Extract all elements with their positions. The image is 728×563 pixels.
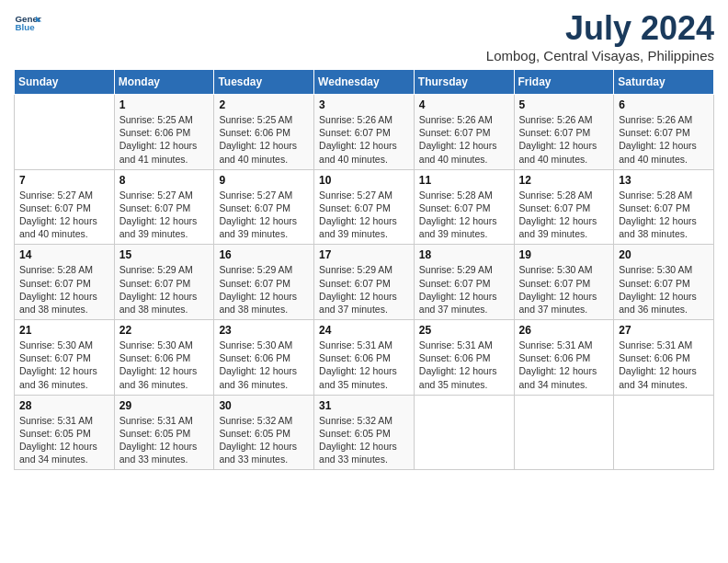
day-number: 17 <box>319 248 409 261</box>
day-info: Sunrise: 5:32 AMSunset: 6:05 PMDaylight:… <box>219 414 309 466</box>
calendar-day-cell: 7Sunrise: 5:27 AMSunset: 6:07 PMDaylight… <box>15 169 115 245</box>
day-number: 23 <box>219 324 309 337</box>
calendar-day-cell: 9Sunrise: 5:27 AMSunset: 6:07 PMDaylight… <box>214 169 314 245</box>
calendar-day-cell: 21Sunrise: 5:30 AMSunset: 6:07 PMDayligh… <box>15 320 115 396</box>
calendar-day-cell: 30Sunrise: 5:32 AMSunset: 6:05 PMDayligh… <box>214 395 314 470</box>
day-info: Sunrise: 5:28 AMSunset: 6:07 PMDaylight:… <box>19 263 109 316</box>
day-info: Sunrise: 5:31 AMSunset: 6:06 PMDaylight:… <box>319 339 409 391</box>
day-number: 7 <box>19 174 109 187</box>
calendar-day-cell: 19Sunrise: 5:30 AMSunset: 6:07 PMDayligh… <box>514 245 614 320</box>
calendar-day-cell: 28Sunrise: 5:31 AMSunset: 6:05 PMDayligh… <box>15 395 115 470</box>
day-number: 15 <box>119 248 210 261</box>
day-info: Sunrise: 5:31 AMSunset: 6:05 PMDaylight:… <box>19 414 109 466</box>
day-info: Sunrise: 5:26 AMSunset: 6:07 PMDaylight:… <box>419 113 509 166</box>
day-number: 8 <box>119 174 210 187</box>
day-number: 1 <box>119 98 210 111</box>
day-info: Sunrise: 5:29 AMSunset: 6:07 PMDaylight:… <box>419 263 509 316</box>
day-number: 14 <box>19 248 109 261</box>
calendar-table: SundayMondayTuesdayWednesdayThursdayFrid… <box>14 69 714 470</box>
day-info: Sunrise: 5:31 AMSunset: 6:06 PMDaylight:… <box>419 339 509 391</box>
calendar-day-cell: 4Sunrise: 5:26 AMSunset: 6:07 PMDaylight… <box>414 95 514 170</box>
calendar-day-cell: 8Sunrise: 5:27 AMSunset: 6:07 PMDaylight… <box>114 169 214 245</box>
day-number: 27 <box>619 324 709 337</box>
weekday-header-cell: Wednesday <box>314 70 415 95</box>
day-info: Sunrise: 5:25 AMSunset: 6:06 PMDaylight:… <box>219 113 309 166</box>
day-number: 25 <box>419 324 509 337</box>
calendar-day-cell: 26Sunrise: 5:31 AMSunset: 6:06 PMDayligh… <box>514 320 614 396</box>
calendar-day-cell: 5Sunrise: 5:26 AMSunset: 6:07 PMDaylight… <box>514 95 614 170</box>
day-number: 18 <box>419 248 509 261</box>
calendar-day-cell: 1Sunrise: 5:25 AMSunset: 6:06 PMDaylight… <box>114 95 214 170</box>
day-number: 30 <box>219 399 309 412</box>
day-number: 4 <box>419 98 509 111</box>
calendar-day-cell: 20Sunrise: 5:30 AMSunset: 6:07 PMDayligh… <box>614 245 714 320</box>
day-number: 21 <box>19 324 109 337</box>
day-number: 31 <box>319 399 409 412</box>
weekday-header-cell: Monday <box>114 70 214 95</box>
day-info: Sunrise: 5:31 AMSunset: 6:06 PMDaylight:… <box>519 339 609 391</box>
day-info: Sunrise: 5:31 AMSunset: 6:06 PMDaylight:… <box>619 339 709 391</box>
calendar-day-cell: 18Sunrise: 5:29 AMSunset: 6:07 PMDayligh… <box>414 245 514 320</box>
calendar-day-cell: 13Sunrise: 5:28 AMSunset: 6:07 PMDayligh… <box>614 169 714 245</box>
calendar-body: 1Sunrise: 5:25 AMSunset: 6:06 PMDaylight… <box>15 95 714 470</box>
day-number: 22 <box>119 324 210 337</box>
day-info: Sunrise: 5:27 AMSunset: 6:07 PMDaylight:… <box>19 189 109 241</box>
calendar-day-cell: 17Sunrise: 5:29 AMSunset: 6:07 PMDayligh… <box>314 245 415 320</box>
weekday-header-row: SundayMondayTuesdayWednesdayThursdayFrid… <box>15 70 714 95</box>
day-info: Sunrise: 5:28 AMSunset: 6:07 PMDaylight:… <box>519 189 609 241</box>
day-info: Sunrise: 5:28 AMSunset: 6:07 PMDaylight:… <box>419 189 509 241</box>
calendar-day-cell: 25Sunrise: 5:31 AMSunset: 6:06 PMDayligh… <box>414 320 514 396</box>
weekday-header-cell: Saturday <box>614 70 714 95</box>
calendar-day-cell: 22Sunrise: 5:30 AMSunset: 6:06 PMDayligh… <box>114 320 214 396</box>
day-info: Sunrise: 5:30 AMSunset: 6:06 PMDaylight:… <box>219 339 309 391</box>
day-info: Sunrise: 5:29 AMSunset: 6:07 PMDaylight:… <box>219 263 309 316</box>
day-info: Sunrise: 5:25 AMSunset: 6:06 PMDaylight:… <box>119 113 210 166</box>
day-number: 6 <box>619 98 709 111</box>
calendar-day-cell <box>414 395 514 470</box>
day-info: Sunrise: 5:29 AMSunset: 6:07 PMDaylight:… <box>319 263 409 316</box>
day-number: 20 <box>619 248 709 261</box>
logo: General Blue <box>14 9 41 37</box>
calendar-day-cell: 31Sunrise: 5:32 AMSunset: 6:05 PMDayligh… <box>314 395 415 470</box>
calendar-day-cell: 15Sunrise: 5:29 AMSunset: 6:07 PMDayligh… <box>114 245 214 320</box>
day-number: 3 <box>319 98 409 111</box>
day-info: Sunrise: 5:30 AMSunset: 6:07 PMDaylight:… <box>519 263 609 316</box>
calendar-day-cell: 27Sunrise: 5:31 AMSunset: 6:06 PMDayligh… <box>614 320 714 396</box>
day-number: 9 <box>219 174 309 187</box>
calendar-day-cell: 6Sunrise: 5:26 AMSunset: 6:07 PMDaylight… <box>614 95 714 170</box>
calendar-day-cell: 10Sunrise: 5:27 AMSunset: 6:07 PMDayligh… <box>314 169 415 245</box>
weekday-header-cell: Sunday <box>15 70 115 95</box>
calendar-week-row: 7Sunrise: 5:27 AMSunset: 6:07 PMDaylight… <box>15 169 714 245</box>
calendar-day-cell: 29Sunrise: 5:31 AMSunset: 6:05 PMDayligh… <box>114 395 214 470</box>
calendar-day-cell <box>614 395 714 470</box>
calendar-week-row: 28Sunrise: 5:31 AMSunset: 6:05 PMDayligh… <box>15 395 714 470</box>
day-info: Sunrise: 5:27 AMSunset: 6:07 PMDaylight:… <box>219 189 309 241</box>
calendar-day-cell: 14Sunrise: 5:28 AMSunset: 6:07 PMDayligh… <box>15 245 115 320</box>
weekday-header-cell: Tuesday <box>214 70 314 95</box>
logo-icon: General Blue <box>14 9 41 37</box>
day-info: Sunrise: 5:30 AMSunset: 6:06 PMDaylight:… <box>119 339 210 391</box>
day-number: 16 <box>219 248 309 261</box>
day-number: 2 <box>219 98 309 111</box>
calendar-day-cell <box>15 95 115 170</box>
day-number: 29 <box>119 399 210 412</box>
day-info: Sunrise: 5:32 AMSunset: 6:05 PMDaylight:… <box>319 414 409 466</box>
day-info: Sunrise: 5:26 AMSunset: 6:07 PMDaylight:… <box>519 113 609 166</box>
day-info: Sunrise: 5:26 AMSunset: 6:07 PMDaylight:… <box>619 113 709 166</box>
day-number: 19 <box>519 248 609 261</box>
day-info: Sunrise: 5:28 AMSunset: 6:07 PMDaylight:… <box>619 189 709 241</box>
day-info: Sunrise: 5:30 AMSunset: 6:07 PMDaylight:… <box>619 263 709 316</box>
day-number: 24 <box>319 324 409 337</box>
day-number: 10 <box>319 174 409 187</box>
day-number: 12 <box>519 174 609 187</box>
calendar-week-row: 14Sunrise: 5:28 AMSunset: 6:07 PMDayligh… <box>15 245 714 320</box>
day-info: Sunrise: 5:26 AMSunset: 6:07 PMDaylight:… <box>319 113 409 166</box>
day-info: Sunrise: 5:27 AMSunset: 6:07 PMDaylight:… <box>319 189 409 241</box>
calendar-day-cell: 3Sunrise: 5:26 AMSunset: 6:07 PMDaylight… <box>314 95 415 170</box>
page-title: July 2024 <box>486 9 714 48</box>
calendar-day-cell: 11Sunrise: 5:28 AMSunset: 6:07 PMDayligh… <box>414 169 514 245</box>
calendar-week-row: 1Sunrise: 5:25 AMSunset: 6:06 PMDaylight… <box>15 95 714 170</box>
day-number: 13 <box>619 174 709 187</box>
calendar-day-cell: 24Sunrise: 5:31 AMSunset: 6:06 PMDayligh… <box>314 320 415 396</box>
calendar-day-cell <box>514 395 614 470</box>
